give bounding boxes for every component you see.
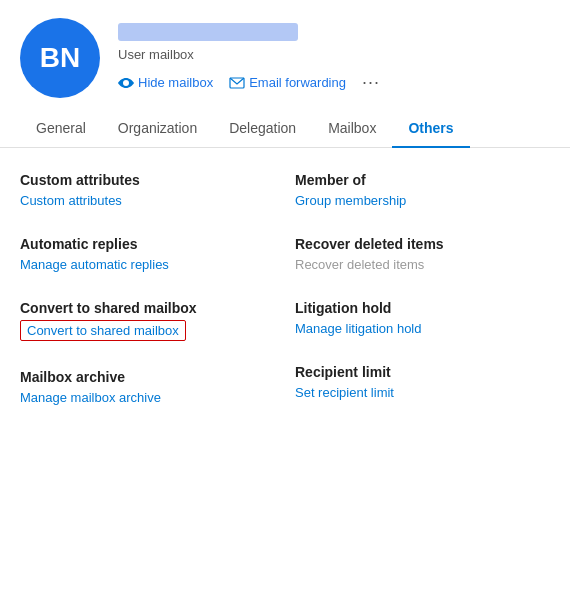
section-recipient-limit: Recipient limit Set recipient limit	[295, 364, 550, 428]
tabs: General Organization Delegation Mailbox …	[0, 110, 570, 148]
recover-deleted-link: Recover deleted items	[295, 257, 424, 272]
tab-general[interactable]: General	[20, 110, 102, 148]
eye-icon	[118, 75, 134, 91]
more-options-button[interactable]: ···	[362, 72, 380, 93]
section-member-of: Member of Group membership	[295, 172, 550, 236]
left-column: Custom attributes Custom attributes Auto…	[20, 172, 285, 433]
custom-attributes-title: Custom attributes	[20, 172, 265, 188]
tab-others[interactable]: Others	[392, 110, 469, 148]
recover-deleted-title: Recover deleted items	[295, 236, 550, 252]
custom-attributes-link[interactable]: Custom attributes	[20, 193, 122, 208]
tab-mailbox[interactable]: Mailbox	[312, 110, 392, 148]
mailbox-archive-title: Mailbox archive	[20, 369, 265, 385]
convert-shared-link[interactable]: Convert to shared mailbox	[20, 320, 186, 341]
section-automatic-replies: Automatic replies Manage automatic repli…	[20, 236, 265, 300]
hide-mailbox-action[interactable]: Hide mailbox	[118, 75, 213, 91]
right-column: Member of Group membership Recover delet…	[285, 172, 550, 433]
litigation-hold-title: Litigation hold	[295, 300, 550, 316]
hide-mailbox-label: Hide mailbox	[138, 75, 213, 90]
group-membership-link[interactable]: Group membership	[295, 193, 406, 208]
section-custom-attributes: Custom attributes Custom attributes	[20, 172, 265, 236]
email-icon	[229, 75, 245, 91]
email-forwarding-label: Email forwarding	[249, 75, 346, 90]
manage-automatic-replies-link[interactable]: Manage automatic replies	[20, 257, 169, 272]
section-mailbox-archive: Mailbox archive Manage mailbox archive	[20, 369, 265, 433]
convert-shared-title: Convert to shared mailbox	[20, 300, 265, 316]
automatic-replies-title: Automatic replies	[20, 236, 265, 252]
avatar-initials: BN	[40, 42, 80, 74]
tab-delegation[interactable]: Delegation	[213, 110, 312, 148]
header-info: User mailbox Hide mailbox Email forwardi…	[118, 23, 380, 93]
header-actions: Hide mailbox Email forwarding ···	[118, 72, 380, 93]
email-forwarding-action[interactable]: Email forwarding	[229, 75, 346, 91]
content-grid: Custom attributes Custom attributes Auto…	[0, 148, 570, 457]
tab-organization[interactable]: Organization	[102, 110, 213, 148]
section-litigation-hold: Litigation hold Manage litigation hold	[295, 300, 550, 364]
section-convert-shared: Convert to shared mailbox Convert to sha…	[20, 300, 265, 369]
section-recover-deleted: Recover deleted items Recover deleted it…	[295, 236, 550, 300]
manage-litigation-hold-link[interactable]: Manage litigation hold	[295, 321, 421, 336]
user-type: User mailbox	[118, 47, 380, 62]
header-name-bar	[118, 23, 298, 41]
member-of-title: Member of	[295, 172, 550, 188]
avatar: BN	[20, 18, 100, 98]
recipient-limit-title: Recipient limit	[295, 364, 550, 380]
manage-mailbox-archive-link[interactable]: Manage mailbox archive	[20, 390, 161, 405]
set-recipient-limit-link[interactable]: Set recipient limit	[295, 385, 394, 400]
header: BN User mailbox Hide mailbox Email forwa…	[0, 0, 570, 110]
